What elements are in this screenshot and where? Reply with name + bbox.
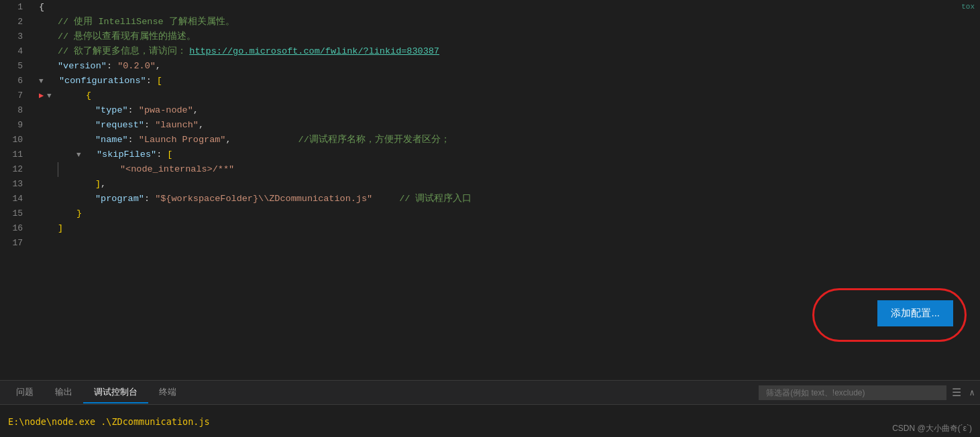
line-numbers: 1 2 3 4 5 6 7 8 9 10 11 12 13 14 15 16 1…: [0, 0, 34, 380]
line-num-4: 4: [11, 44, 23, 59]
line-num-10: 10: [11, 133, 23, 147]
code-line-12: "<node_internals>/**": [39, 162, 980, 177]
code-line-1: {: [39, 0, 980, 15]
code-line-15: }: [39, 206, 980, 221]
terminal-command: E:\node\node.exe .\ZDcommunication.js: [8, 416, 210, 427]
filter-lines-icon[interactable]: ☰: [952, 386, 961, 399]
panel-filter-area: ☰ ∧: [759, 385, 975, 400]
line-num-9: 9: [11, 118, 23, 133]
line-num-14: 14: [11, 192, 23, 206]
line-num-11: 11: [11, 147, 23, 162]
code-line-17: [39, 236, 980, 251]
bottom-panel: 问题 输出 调试控制台 终端 ☰ ∧ E:\node\node.exe .\ZD…: [0, 380, 980, 437]
code-line-11: ▼ "skipFiles" : [: [39, 147, 980, 162]
line-num-16: 16: [11, 221, 23, 236]
code-line-4: // 欲了解更多信息，请访问： https://go.microsoft.com…: [39, 44, 980, 59]
line-num-17: 17: [11, 236, 23, 251]
tab-terminal[interactable]: 终端: [148, 382, 187, 403]
code-line-9: "request" : "launch" ,: [39, 118, 980, 133]
line-num-5: 5: [11, 59, 23, 74]
line-num-13: 13: [11, 177, 23, 192]
code-line-7: ▶ ▼ {: [39, 88, 980, 103]
fold-icon-11[interactable]: ▼: [76, 147, 86, 162]
line-num-6: 6: [11, 74, 23, 88]
code-content: { // 使用 IntelliSense 了解相关属性。 // 悬停以查看现有属…: [34, 0, 980, 380]
tab-debug-console[interactable]: 调试控制台: [83, 382, 148, 403]
watermark: tox: [961, 3, 975, 11]
line-num-3: 3: [11, 29, 23, 44]
line-num-8: 8: [11, 103, 23, 118]
line-num-2: 2: [11, 15, 23, 29]
line-num-15: 15: [11, 206, 23, 221]
editor-area: 1 2 3 4 5 6 7 8 9 10 11 12 13 14 15 16 1…: [0, 0, 980, 380]
code-line-8: "type" : "pwa-node" ,: [39, 103, 980, 118]
filter-input[interactable]: [759, 385, 946, 400]
csdn-badge: CSDN @大小曲奇(´ε`): [892, 423, 972, 434]
code-line-10: "name" : "Launch Program" , //调试程序名称，方便开…: [39, 133, 980, 147]
filter-expand-icon[interactable]: ∧: [969, 387, 975, 398]
code-line-14: "program" : "${workspaceFolder}\\ZDcommu…: [39, 192, 980, 206]
add-config-button[interactable]: 添加配置...: [877, 300, 953, 326]
code-line-3: // 悬停以查看现有属性的描述。: [39, 29, 980, 44]
tab-problems[interactable]: 问题: [5, 382, 44, 403]
breakpoint-arrow: ▶: [39, 88, 46, 103]
code-line-5: "version" : "0.2.0" ,: [39, 59, 980, 74]
line-num-1: 1: [11, 0, 23, 15]
line-num-7: 7: [11, 88, 23, 103]
fold-icon-6[interactable]: ▼: [39, 74, 48, 88]
line-num-12: 12: [11, 162, 23, 177]
fold-icon-7[interactable]: ▼: [47, 88, 56, 103]
panel-tabs-bar: 问题 输出 调试控制台 终端 ☰ ∧: [0, 381, 980, 405]
code-line-16: ]: [39, 221, 980, 236]
code-line-6: ▼ "configurations" : [: [39, 74, 980, 88]
code-line-13: ] ,: [39, 177, 980, 192]
panel-content: E:\node\node.exe .\ZDcommunication.js: [0, 405, 980, 437]
tab-output[interactable]: 输出: [44, 382, 83, 403]
code-line-2: // 使用 IntelliSense 了解相关属性。: [39, 15, 980, 29]
